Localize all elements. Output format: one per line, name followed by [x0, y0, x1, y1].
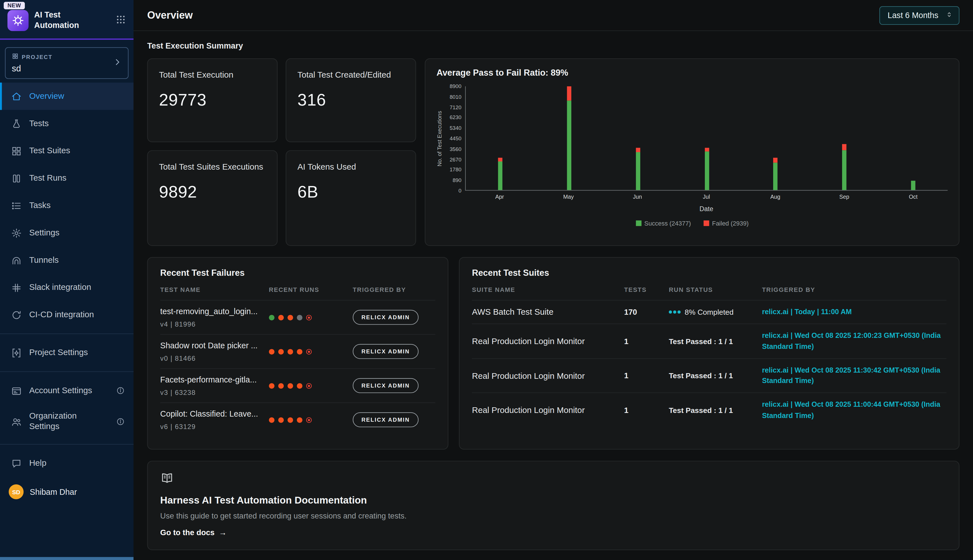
- run-status-dot-orange: [297, 417, 303, 423]
- triggered-by-link[interactable]: relicx.ai | Wed Oct 08 2025 12:00:23 GMT…: [762, 330, 946, 352]
- failure-row[interactable]: Shadow root Date picker ...v0 | 81466 RE…: [160, 334, 436, 368]
- recent-test-failures-card: Recent Test Failures TEST NAME RECENT RU…: [147, 257, 448, 450]
- x-tick-label: Oct: [879, 193, 948, 200]
- go-to-docs-link[interactable]: Go to the docs →: [160, 528, 946, 537]
- sidebar-item-slack-integration[interactable]: Slack integration: [0, 274, 133, 301]
- sidebar-item-organization-settings[interactable]: Organization Settings: [0, 404, 133, 439]
- stat-value: 316: [298, 91, 404, 110]
- sidebar-item-tests[interactable]: Tests: [0, 110, 133, 137]
- arrow-right-icon: →: [219, 528, 227, 537]
- run-status-dot-ring: [306, 417, 312, 423]
- recent-runs-dots: [269, 315, 353, 320]
- account-card-icon: [10, 385, 22, 396]
- failure-row[interactable]: Copilot: Classified: Leave...v6 | 63129 …: [160, 402, 436, 437]
- y-tick-label: 1780: [450, 167, 462, 173]
- triggered-by-link[interactable]: relicx.ai | Today | 11:00 AM: [762, 307, 946, 318]
- project-name: sd: [12, 63, 53, 73]
- tasks-list-icon: [10, 200, 22, 211]
- sidebar-item-test-runs[interactable]: Test Runs: [0, 165, 133, 192]
- test-runs-icon: [10, 173, 22, 184]
- suite-row[interactable]: Real Production Login Monitor 1 Test Pas…: [472, 324, 946, 358]
- suite-row[interactable]: Real Production Login Monitor 1 Test Pas…: [472, 393, 946, 427]
- info-icon[interactable]: [116, 417, 125, 426]
- documentation-card: Harness AI Test Automation Documentation…: [147, 461, 960, 550]
- sidebar-item-project-settings[interactable]: Project Settings: [0, 339, 133, 367]
- recent-test-suites-card: Recent Test Suites SUITE NAME TESTS RUN …: [459, 257, 960, 450]
- suite-row[interactable]: Real Production Login Monitor 1 Test Pas…: [472, 358, 946, 393]
- triggered-by-link[interactable]: relicx.ai | Wed Oct 08 2025 11:00:44 GMT…: [762, 399, 946, 421]
- suite-row[interactable]: AWS Batch Test Suite 170 8% Completed re…: [472, 300, 946, 324]
- recent-runs-dots: [269, 348, 353, 354]
- recent-runs-dots: [269, 417, 353, 423]
- run-status: Test Passed : 1 / 1: [669, 406, 762, 415]
- project-selector[interactable]: PROJECT sd: [5, 47, 129, 79]
- stat-value: 9892: [159, 183, 266, 202]
- y-tick-label: 8900: [450, 83, 462, 90]
- run-status: Test Passed : 1 / 1: [669, 372, 762, 380]
- time-range-select[interactable]: Last 6 Months: [880, 6, 960, 25]
- apps-grid-icon[interactable]: [115, 14, 126, 27]
- triggered-by-link[interactable]: relicx.ai | Wed Oct 08 2025 11:30:42 GMT…: [762, 365, 946, 387]
- bar-jul: [672, 87, 741, 190]
- x-tick-label: Apr: [465, 193, 534, 200]
- bar-chart-plot: [465, 87, 948, 191]
- y-tick-label: 3560: [450, 146, 462, 152]
- run-status-dot-gray: [297, 315, 303, 320]
- stat-card-ai-tokens: AI Tokens Used 6B: [286, 150, 416, 246]
- failure-row[interactable]: test-removing_auto_login...v4 | 81996 RE…: [160, 300, 436, 334]
- user-profile[interactable]: SD Shibam Dhar: [0, 478, 133, 505]
- stat-cards: Total Test Execution 29773 Total Test Cr…: [147, 58, 416, 246]
- sidebar-item-cicd-integration[interactable]: CI-CD integration: [0, 301, 133, 328]
- sidebar-item-test-suites[interactable]: Test Suites: [0, 137, 133, 165]
- info-icon[interactable]: [116, 386, 125, 395]
- failures-table-header: TEST NAME RECENT RUNS TRIGGERED BY: [160, 277, 436, 300]
- run-status-dot-orange: [288, 383, 293, 388]
- y-tick-label: 0: [458, 187, 461, 193]
- suites-table-header: SUITE NAME TESTS RUN STATUS TRIGGERED BY: [472, 277, 946, 300]
- bar-sep: [810, 87, 879, 190]
- triggered-by-button[interactable]: RELICX ADMIN: [353, 310, 418, 325]
- bar-oct: [879, 87, 948, 190]
- sidebar-item-help[interactable]: Help: [0, 450, 133, 477]
- sidebar-item-tunnels[interactable]: Tunnels: [0, 247, 133, 274]
- y-tick-label: 7120: [450, 104, 462, 110]
- select-updown-icon: [946, 10, 953, 20]
- run-status-dot-orange: [269, 383, 275, 388]
- gear-icon: [10, 227, 22, 238]
- grid-icon: [10, 145, 22, 157]
- pass-fail-chart-card: Average Pass to Fail Ratio: 89% No. of T…: [425, 58, 960, 246]
- x-tick-label: Sep: [810, 193, 879, 200]
- sidebar-item-overview[interactable]: Overview: [0, 83, 133, 110]
- sidebar-item-tasks[interactable]: Tasks: [0, 192, 133, 219]
- run-status-dot-orange: [278, 417, 284, 423]
- running-indicator: [669, 311, 680, 313]
- triggered-by-button[interactable]: RELICX ADMIN: [353, 378, 418, 393]
- sidebar-item-settings[interactable]: Settings: [0, 219, 133, 247]
- sidebar: NEW AI Test Automation PROJECT sd: [0, 0, 133, 560]
- x-tick-label: Jul: [672, 193, 741, 200]
- bar-jun: [603, 87, 672, 190]
- triggered-by-button[interactable]: RELICX ADMIN: [353, 344, 418, 359]
- triggered-by-button[interactable]: RELICX ADMIN: [353, 412, 418, 427]
- y-tick-label: 6230: [450, 115, 462, 121]
- x-axis-labels: AprMayJunJulAugSepOct: [465, 193, 948, 200]
- user-name: Shibam Dhar: [30, 487, 77, 497]
- app-logo-icon: [7, 10, 28, 31]
- sidebar-item-account-settings[interactable]: Account Settings: [0, 377, 133, 404]
- divider: [0, 444, 133, 445]
- run-status-dot-ring: [306, 348, 312, 354]
- legend-item: Failed (2939): [703, 220, 748, 227]
- y-tick-label: 890: [453, 177, 461, 183]
- legend-item: Success (24377): [636, 220, 691, 227]
- stat-value: 29773: [159, 91, 266, 110]
- failure-row[interactable]: Facets-performance-gitla...v3 | 63238 RE…: [160, 368, 436, 402]
- stat-value: 6B: [298, 183, 404, 202]
- recent-runs-dots: [269, 383, 353, 388]
- content: Test Execution Summary Total Test Execut…: [133, 31, 973, 550]
- run-status-dot-orange: [278, 315, 284, 320]
- help-chat-icon: [10, 458, 22, 469]
- avatar: SD: [9, 484, 24, 499]
- x-tick-label: Aug: [741, 193, 810, 200]
- docs-subtitle: Use this guide to get started recording …: [160, 512, 946, 520]
- sidebar-nav: Overview Tests Test Suites Test Runs Tas…: [0, 83, 133, 328]
